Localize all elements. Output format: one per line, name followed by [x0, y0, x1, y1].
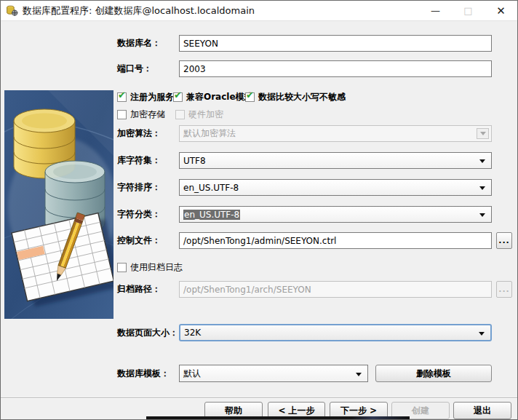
- archive-path-value: /opt/ShenTong1/arch/SEEYON: [183, 285, 311, 295]
- encrypt-algo-value: 默认加密算法: [183, 127, 236, 140]
- close-button[interactable]: ✕: [485, 1, 517, 20]
- db-name-value: SEEYON: [183, 39, 218, 49]
- encrypt-algo-label: 加密算法：: [117, 128, 161, 139]
- archive-path-browse-button: ...: [496, 281, 512, 298]
- maximize-button: □: [452, 1, 485, 20]
- db-name-input[interactable]: SEEYON: [179, 35, 492, 52]
- checkbox-label: 注册为服务: [130, 91, 174, 103]
- dropdown-arrow-icon: [356, 373, 362, 376]
- template-combobox[interactable]: 默认: [179, 365, 368, 382]
- control-file-label: 控制文件：: [117, 235, 161, 246]
- check-icon: ✔: [246, 90, 254, 100]
- taskbar-sliver: [146, 416, 410, 419]
- app-icon: [6, 4, 18, 17]
- charset-value: UTF8: [183, 156, 206, 166]
- control-file-browse-button[interactable]: ...: [496, 232, 512, 249]
- archive-path-input: /opt/ShenTong1/arch/SEEYON: [179, 281, 492, 298]
- page-size-label: 数据页面大小：: [117, 328, 178, 338]
- checkbox-box: ✔: [117, 92, 127, 102]
- ctype-value-selected: en_US.UTF-8: [183, 210, 240, 220]
- checkbox-box: [175, 110, 185, 119]
- check-icon: ✔: [174, 90, 182, 100]
- page-size-value: 32K: [184, 328, 201, 338]
- checkbox-label: 硬件加密: [188, 108, 223, 121]
- checkbox-label: 使用归档日志: [130, 261, 183, 274]
- checkbox-label: 兼容Oracle模式: [186, 91, 253, 103]
- checkbox-label: 加密存储: [130, 108, 165, 121]
- checkbox-archive-log[interactable]: 使用归档日志: [117, 261, 183, 273]
- checkbox-box: ✔: [245, 92, 255, 102]
- minimize-button[interactable]: —: [419, 1, 452, 20]
- control-file-input[interactable]: /opt/ShenTong1/admin/SEEYON.ctrl: [179, 232, 492, 249]
- collate-value: en_US.UTF-8: [183, 183, 239, 193]
- checkbox-hardware-encryption: 硬件加密: [175, 108, 223, 120]
- db-name-label: 数据库名：: [117, 38, 161, 49]
- window-title: 数据库配置程序: 创建数据库@localhost.localdomain: [23, 4, 255, 17]
- ctype-combobox[interactable]: en_US.UTF-8: [179, 206, 492, 223]
- checkbox-box: [117, 110, 127, 119]
- checkbox-oracle-mode[interactable]: ✔ 兼容Oracle模式: [173, 91, 253, 103]
- ctype-label: 字符分类：: [117, 209, 161, 220]
- dropdown-arrow-icon: [479, 186, 485, 190]
- port-input[interactable]: 2003: [179, 60, 492, 77]
- exit-button[interactable]: 退出: [453, 402, 511, 419]
- dialog-window: 数据库配置程序: 创建数据库@localhost.localdomain — □…: [0, 0, 518, 420]
- database-illustration: [4, 90, 113, 319]
- port-value: 2003: [183, 64, 206, 74]
- delete-template-button[interactable]: 删除模板: [375, 365, 492, 382]
- collate-combobox[interactable]: en_US.UTF-8: [179, 179, 492, 196]
- checkbox-register-service[interactable]: ✔ 注册为服务: [117, 91, 174, 103]
- encrypt-algo-combobox: 默认加密算法: [179, 125, 492, 142]
- checkbox-box: ✔: [173, 92, 183, 102]
- dropdown-arrow-icon: [479, 332, 485, 336]
- page-size-combobox[interactable]: 32K: [179, 324, 492, 341]
- archive-path-label: 归档路径：: [117, 284, 161, 295]
- checkbox-encrypted-storage[interactable]: 加密存储: [117, 108, 165, 120]
- charset-label: 库字符集：: [117, 155, 161, 166]
- template-label: 数据库模板：: [117, 368, 170, 379]
- check-icon: ✔: [118, 90, 126, 100]
- template-value: 默认: [183, 368, 201, 380]
- charset-combobox[interactable]: UTF8: [179, 152, 492, 169]
- control-file-value: /opt/ShenTong1/admin/SEEYON.ctrl: [183, 236, 336, 246]
- checkbox-case-insensitive[interactable]: ✔ 数据比较大小写不敏感: [245, 91, 346, 103]
- dropdown-arrow-icon: [480, 132, 486, 135]
- titlebar: 数据库配置程序: 创建数据库@localhost.localdomain — □…: [1, 1, 517, 21]
- dropdown-arrow-button: [477, 128, 489, 139]
- collate-label: 字符排序：: [117, 182, 161, 193]
- dropdown-arrow-icon: [479, 159, 485, 163]
- window-controls: — □ ✕: [419, 1, 517, 20]
- checkbox-box: [117, 263, 127, 272]
- checkbox-label: 数据比较大小写不敏感: [258, 91, 346, 103]
- separator-line: [1, 397, 517, 399]
- dropdown-arrow-icon: [479, 213, 485, 217]
- port-label: 端口号：: [117, 63, 152, 74]
